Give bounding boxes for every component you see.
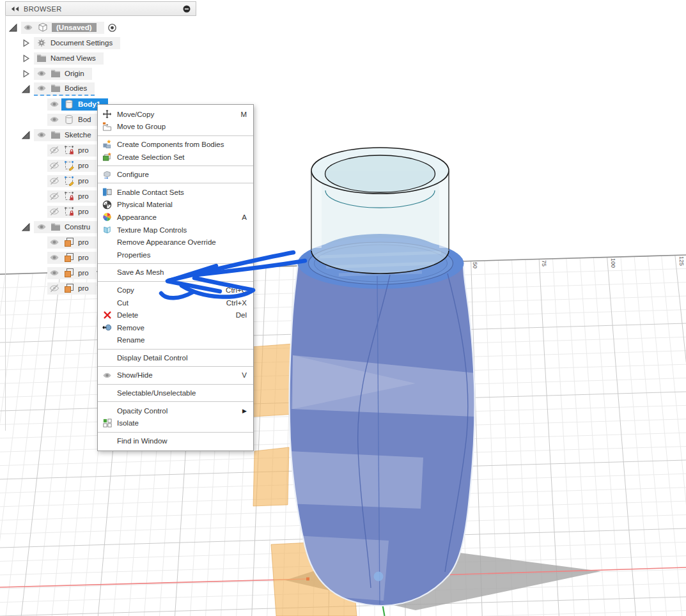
menu-item-opacity-control[interactable]: Opacity Control ▶ [98, 404, 253, 417]
eye-icon[interactable] [36, 68, 47, 79]
menu-item-display-detail-control[interactable]: Display Detail Control [98, 351, 253, 364]
menu-item-create-components-from-bodies[interactable]: Create Components from Bodies [98, 138, 253, 151]
create-components-icon [102, 139, 113, 149]
menu-separator [98, 366, 253, 367]
isolate-icon [102, 419, 113, 428]
menu-item-selectable-unselectable[interactable]: Selectable/Unselectable [98, 387, 253, 399]
eye-slash-icon[interactable] [49, 206, 59, 217]
expanded-triangle-icon[interactable] [9, 24, 17, 32]
tree-row-root-component[interactable]: (Unsaved) [0, 20, 120, 35]
tree-label: pro [78, 238, 89, 246]
remove-panel-icon[interactable] [182, 4, 191, 13]
eye-icon[interactable] [23, 22, 33, 33]
tree-row-named-views[interactable]: Named Views [0, 50, 120, 66]
folder-icon [36, 53, 47, 63]
texture-map-icon [102, 225, 113, 235]
menu-item-save-as-mesh[interactable]: Save As Mesh [98, 266, 253, 279]
eye-slash-icon[interactable] [49, 176, 59, 186]
construction-plane-1[interactable] [251, 344, 295, 417]
menu-separator [98, 384, 253, 385]
folder-icon [51, 222, 61, 232]
menu-item-rename[interactable]: Rename [98, 334, 253, 347]
move-to-group-icon [102, 122, 113, 132]
tree-row-bodies-folder[interactable]: Bodies [0, 81, 120, 96]
tree-label: pro [78, 254, 89, 261]
submenu-arrow-icon: ▶ [242, 408, 247, 414]
menu-item-properties[interactable]: Properties [98, 249, 253, 261]
gear-icon [36, 38, 47, 48]
collapsed-triangle-icon[interactable] [22, 70, 30, 78]
tree-label: Bod [78, 116, 91, 123]
contact-sets-icon [102, 187, 113, 197]
construction-plane-2[interactable] [253, 447, 289, 506]
menu-item-copy[interactable]: CopyCtrl+C [98, 284, 253, 296]
grid-label-50: 50 [472, 262, 478, 268]
appearance-icon [102, 212, 113, 222]
sketch-edit-icon [64, 160, 74, 171]
menu-item-show-hide[interactable]: Show/HideV [98, 369, 253, 382]
folder-icon [51, 83, 61, 93]
tree-label: pro [78, 146, 89, 154]
tree-row-document-settings[interactable]: Document Settings [0, 35, 120, 50]
tree-row-origin[interactable]: Origin [0, 66, 120, 81]
menu-item-move-copy[interactable]: Move/CopyM [98, 108, 253, 121]
tree-label: Sketche [65, 131, 91, 139]
construction-plane-icon [64, 283, 74, 293]
menu-item-create-selection-set[interactable]: Create Selection Set [98, 151, 253, 164]
move-icon [102, 109, 113, 119]
collapsed-triangle-icon[interactable] [22, 39, 30, 47]
eye-icon[interactable] [49, 99, 59, 109]
menu-item-enable-contact-sets[interactable]: Enable Contact Sets [98, 186, 253, 199]
sketch-locked-icon [64, 206, 74, 217]
menu-item-physical-material[interactable]: Physical Material [98, 199, 253, 212]
eye-icon[interactable] [49, 268, 59, 278]
expanded-triangle-icon[interactable] [22, 85, 30, 93]
menu-item-appearance[interactable]: AppearanceA [98, 211, 253, 224]
activate-component-radio[interactable] [107, 23, 117, 33]
body-cylinder-icon [64, 114, 74, 125]
expanded-triangle-icon[interactable] [22, 131, 30, 139]
eye-icon[interactable] [49, 252, 59, 263]
folder-icon [51, 68, 61, 79]
tree-label: Constru [65, 223, 90, 231]
menu-item-delete[interactable]: DeleteDel [98, 309, 253, 321]
eye-icon[interactable] [49, 237, 59, 247]
menu-item-move-to-group[interactable]: Move to Group [98, 121, 253, 134]
glass-cylinder-body1[interactable] [311, 148, 449, 273]
tree-label: Origin [65, 70, 84, 77]
delete-icon [102, 311, 113, 320]
eye-slash-icon[interactable] [49, 145, 59, 155]
tree-label: pro [78, 192, 89, 200]
folder-icon [51, 130, 61, 140]
menu-item-remove[interactable]: Remove [98, 321, 253, 334]
eye-icon[interactable] [49, 114, 59, 125]
eye-icon[interactable] [36, 222, 47, 232]
menu-item-isolate[interactable]: Isolate [98, 417, 253, 429]
eye-slash-icon[interactable] [49, 283, 59, 293]
tree-label: pro [78, 208, 89, 215]
eye-icon[interactable] [36, 130, 47, 140]
menu-separator [98, 183, 253, 183]
remove-icon [102, 323, 113, 332]
browser-header[interactable]: BROWSER [5, 1, 196, 16]
eye-icon[interactable] [36, 83, 47, 93]
eye-slash-icon[interactable] [49, 191, 59, 201]
menu-separator [98, 263, 253, 264]
menu-separator [98, 166, 253, 166]
menu-item-configure[interactable]: Configure [98, 168, 253, 181]
expanded-triangle-icon[interactable] [22, 223, 30, 231]
collapsed-triangle-icon[interactable] [22, 54, 30, 63]
eye-slash-icon[interactable] [49, 160, 59, 171]
configure-icon [102, 170, 113, 180]
tree-label: pro [78, 269, 89, 277]
menu-item-remove-appearance-override[interactable]: Remove Appearance Override [98, 236, 253, 249]
sketch-locked-icon [64, 191, 74, 201]
construction-plane-icon [64, 237, 74, 247]
grid-label-100: 100 [610, 258, 616, 268]
show-hide-eye-icon [102, 371, 113, 380]
menu-separator [98, 349, 253, 350]
collapse-panel-icon[interactable] [10, 6, 20, 12]
menu-item-find-in-window[interactable]: Find in Window [98, 435, 253, 447]
menu-item-texture-map-controls[interactable]: Texture Map Controls [98, 224, 253, 236]
menu-item-cut[interactable]: CutCtrl+X [98, 296, 253, 309]
